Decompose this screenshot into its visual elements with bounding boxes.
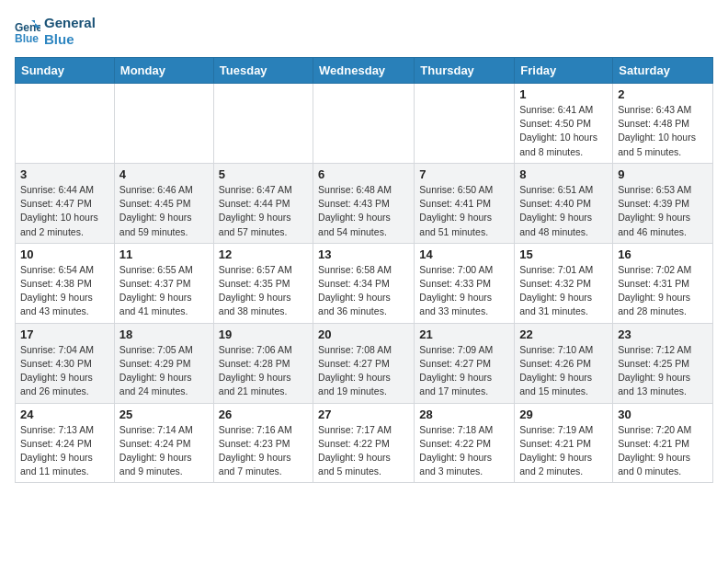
week-row-3: 10Sunrise: 6:54 AM Sunset: 4:38 PM Dayli…: [16, 243, 713, 323]
weekday-header-wednesday: Wednesday: [313, 58, 415, 84]
day-number: 23: [618, 327, 708, 341]
day-number: 10: [20, 247, 109, 261]
week-row-2: 3Sunrise: 6:44 AM Sunset: 4:47 PM Daylig…: [16, 163, 713, 243]
day-number: 18: [119, 327, 209, 341]
weekday-header-tuesday: Tuesday: [213, 58, 313, 84]
calendar-cell: 5Sunrise: 6:47 AM Sunset: 4:44 PM Daylig…: [213, 163, 313, 243]
calendar-cell: 20Sunrise: 7:08 AM Sunset: 4:27 PM Dayli…: [313, 323, 415, 403]
day-number: 24: [20, 408, 109, 421]
calendar-cell: 6Sunrise: 6:48 AM Sunset: 4:43 PM Daylig…: [313, 163, 415, 243]
day-info: Sunrise: 6:41 AM Sunset: 4:50 PM Dayligh…: [519, 103, 608, 159]
day-info: Sunrise: 7:00 AM Sunset: 4:33 PM Dayligh…: [419, 263, 509, 319]
day-info: Sunrise: 6:57 AM Sunset: 4:35 PM Dayligh…: [219, 263, 308, 319]
calendar-table: SundayMondayTuesdayWednesdayThursdayFrid…: [15, 57, 713, 483]
day-info: Sunrise: 7:05 AM Sunset: 4:29 PM Dayligh…: [119, 343, 209, 399]
logo-icon: General Blue: [15, 18, 40, 44]
day-number: 1: [519, 87, 608, 101]
logo-line1: General: [44, 15, 96, 31]
calendar-cell: 25Sunrise: 7:14 AM Sunset: 4:24 PM Dayli…: [114, 403, 213, 483]
day-number: 2: [618, 87, 708, 101]
calendar-cell: 15Sunrise: 7:01 AM Sunset: 4:32 PM Dayli…: [515, 243, 613, 323]
calendar-cell: 29Sunrise: 7:19 AM Sunset: 4:21 PM Dayli…: [515, 403, 613, 483]
day-info: Sunrise: 7:20 AM Sunset: 4:21 PM Dayligh…: [618, 423, 708, 479]
calendar-cell: 16Sunrise: 7:02 AM Sunset: 4:31 PM Dayli…: [613, 243, 713, 323]
weekday-header-sunday: Sunday: [16, 58, 115, 84]
day-info: Sunrise: 7:19 AM Sunset: 4:21 PM Dayligh…: [519, 423, 608, 479]
calendar-cell: [313, 84, 415, 164]
day-number: 20: [318, 327, 409, 341]
day-info: Sunrise: 6:46 AM Sunset: 4:45 PM Dayligh…: [119, 183, 209, 239]
day-info: Sunrise: 7:12 AM Sunset: 4:25 PM Dayligh…: [618, 343, 708, 399]
calendar-cell: 2Sunrise: 6:43 AM Sunset: 4:48 PM Daylig…: [613, 84, 713, 164]
day-info: Sunrise: 7:02 AM Sunset: 4:31 PM Dayligh…: [618, 263, 708, 319]
day-number: 28: [419, 408, 509, 421]
day-info: Sunrise: 7:14 AM Sunset: 4:24 PM Dayligh…: [119, 423, 209, 479]
weekday-header-thursday: Thursday: [415, 58, 515, 84]
day-number: 19: [219, 327, 308, 341]
day-number: 22: [519, 327, 608, 341]
weekday-header-friday: Friday: [515, 58, 613, 84]
week-row-4: 17Sunrise: 7:04 AM Sunset: 4:30 PM Dayli…: [16, 323, 713, 403]
calendar-cell: 21Sunrise: 7:09 AM Sunset: 4:27 PM Dayli…: [415, 323, 515, 403]
calendar-cell: 7Sunrise: 6:50 AM Sunset: 4:41 PM Daylig…: [415, 163, 515, 243]
calendar-cell: 11Sunrise: 6:55 AM Sunset: 4:37 PM Dayli…: [114, 243, 213, 323]
calendar-cell: 27Sunrise: 7:17 AM Sunset: 4:22 PM Dayli…: [313, 403, 415, 483]
week-row-5: 24Sunrise: 7:13 AM Sunset: 4:24 PM Dayli…: [16, 403, 713, 483]
day-number: 30: [618, 408, 708, 421]
calendar-cell: 3Sunrise: 6:44 AM Sunset: 4:47 PM Daylig…: [16, 163, 115, 243]
day-info: Sunrise: 6:48 AM Sunset: 4:43 PM Dayligh…: [318, 183, 409, 239]
day-info: Sunrise: 7:17 AM Sunset: 4:22 PM Dayligh…: [318, 423, 409, 479]
calendar-cell: 26Sunrise: 7:16 AM Sunset: 4:23 PM Dayli…: [213, 403, 313, 483]
week-row-1: 1Sunrise: 6:41 AM Sunset: 4:50 PM Daylig…: [16, 84, 713, 164]
day-number: 15: [519, 247, 608, 261]
calendar-cell: [415, 84, 515, 164]
day-number: 4: [119, 167, 209, 181]
calendar-cell: 30Sunrise: 7:20 AM Sunset: 4:21 PM Dayli…: [613, 403, 713, 483]
day-info: Sunrise: 7:13 AM Sunset: 4:24 PM Dayligh…: [20, 423, 109, 479]
day-number: 13: [318, 247, 409, 261]
day-info: Sunrise: 6:58 AM Sunset: 4:34 PM Dayligh…: [318, 263, 409, 319]
day-info: Sunrise: 6:43 AM Sunset: 4:48 PM Dayligh…: [618, 103, 708, 159]
calendar-cell: [16, 84, 115, 164]
day-info: Sunrise: 7:08 AM Sunset: 4:27 PM Dayligh…: [318, 343, 409, 399]
calendar-cell: 22Sunrise: 7:10 AM Sunset: 4:26 PM Dayli…: [515, 323, 613, 403]
day-info: Sunrise: 6:50 AM Sunset: 4:41 PM Dayligh…: [419, 183, 509, 239]
day-info: Sunrise: 6:47 AM Sunset: 4:44 PM Dayligh…: [219, 183, 308, 239]
day-number: 3: [20, 167, 109, 181]
calendar-cell: [213, 84, 313, 164]
svg-text:Blue: Blue: [15, 32, 39, 44]
day-info: Sunrise: 7:18 AM Sunset: 4:22 PM Dayligh…: [419, 423, 509, 479]
weekday-header-row: SundayMondayTuesdayWednesdayThursdayFrid…: [16, 58, 713, 84]
calendar-cell: 28Sunrise: 7:18 AM Sunset: 4:22 PM Dayli…: [415, 403, 515, 483]
day-info: Sunrise: 7:01 AM Sunset: 4:32 PM Dayligh…: [519, 263, 608, 319]
calendar-cell: 19Sunrise: 7:06 AM Sunset: 4:28 PM Dayli…: [213, 323, 313, 403]
day-number: 25: [119, 408, 209, 421]
calendar-cell: 1Sunrise: 6:41 AM Sunset: 4:50 PM Daylig…: [515, 84, 613, 164]
day-number: 29: [519, 408, 608, 421]
calendar-cell: 14Sunrise: 7:00 AM Sunset: 4:33 PM Dayli…: [415, 243, 515, 323]
day-number: 12: [219, 247, 308, 261]
day-info: Sunrise: 7:04 AM Sunset: 4:30 PM Dayligh…: [20, 343, 109, 399]
day-number: 16: [618, 247, 708, 261]
weekday-header-saturday: Saturday: [613, 58, 713, 84]
day-info: Sunrise: 7:16 AM Sunset: 4:23 PM Dayligh…: [219, 423, 308, 479]
day-info: Sunrise: 7:09 AM Sunset: 4:27 PM Dayligh…: [419, 343, 509, 399]
calendar-cell: 10Sunrise: 6:54 AM Sunset: 4:38 PM Dayli…: [16, 243, 115, 323]
day-number: 26: [219, 408, 308, 421]
logo-line2: Blue: [44, 31, 96, 48]
day-info: Sunrise: 6:51 AM Sunset: 4:40 PM Dayligh…: [519, 183, 608, 239]
day-number: 5: [219, 167, 308, 181]
calendar-cell: 18Sunrise: 7:05 AM Sunset: 4:29 PM Dayli…: [114, 323, 213, 403]
day-info: Sunrise: 6:54 AM Sunset: 4:38 PM Dayligh…: [20, 263, 109, 319]
logo: General Blue General Blue: [15, 15, 96, 48]
calendar-cell: 17Sunrise: 7:04 AM Sunset: 4:30 PM Dayli…: [16, 323, 115, 403]
day-number: 27: [318, 408, 409, 421]
calendar-cell: 23Sunrise: 7:12 AM Sunset: 4:25 PM Dayli…: [613, 323, 713, 403]
calendar-cell: 24Sunrise: 7:13 AM Sunset: 4:24 PM Dayli…: [16, 403, 115, 483]
calendar-cell: 13Sunrise: 6:58 AM Sunset: 4:34 PM Dayli…: [313, 243, 415, 323]
day-number: 21: [419, 327, 509, 341]
weekday-header-monday: Monday: [114, 58, 213, 84]
calendar-cell: 8Sunrise: 6:51 AM Sunset: 4:40 PM Daylig…: [515, 163, 613, 243]
day-number: 7: [419, 167, 509, 181]
day-info: Sunrise: 6:44 AM Sunset: 4:47 PM Dayligh…: [20, 183, 109, 239]
